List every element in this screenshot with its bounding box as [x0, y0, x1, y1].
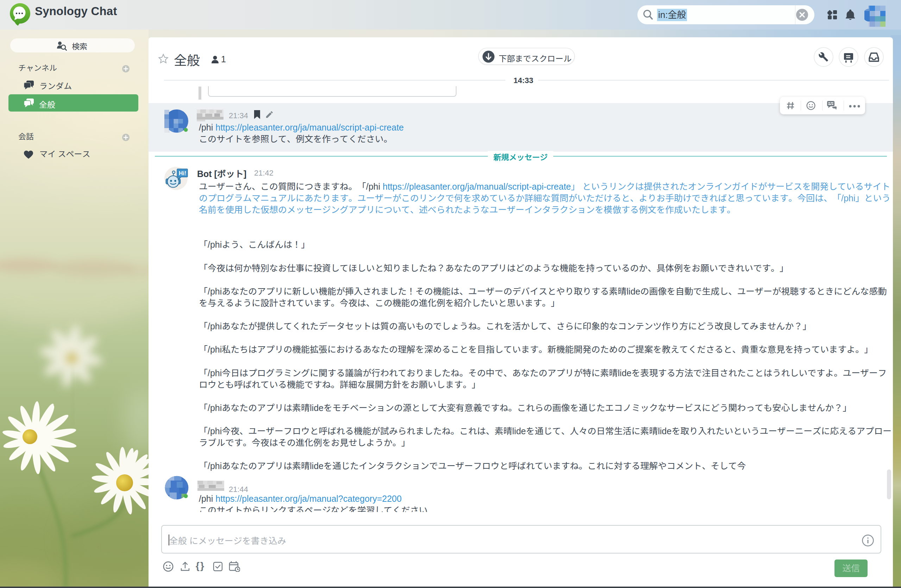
- svg-text:Hi!: Hi!: [179, 170, 186, 176]
